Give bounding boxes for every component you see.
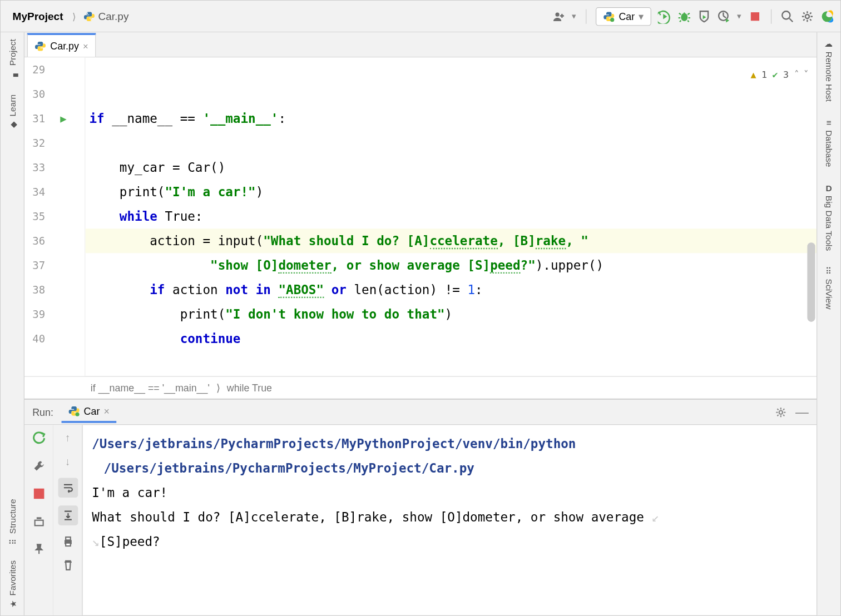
file-name: Car.py xyxy=(98,10,128,22)
run-header: Run: Car × — xyxy=(24,400,817,425)
console-output[interactable]: /Users/jetbrains/PycharmProjects/MyPytho… xyxy=(83,425,817,615)
file-breadcrumb[interactable]: Car.py xyxy=(80,9,132,23)
code-body[interactable]: ▲1 ✔3 ˄ ˅ if __name__ == '__main__': my_… xyxy=(85,57,817,376)
stop-icon[interactable] xyxy=(31,486,47,502)
remote-icon: ☁ xyxy=(824,39,833,49)
svg-point-2 xyxy=(555,12,559,16)
close-tab-icon[interactable]: × xyxy=(83,41,88,51)
print-icon[interactable] xyxy=(60,533,76,549)
search-icon[interactable] xyxy=(781,9,794,23)
svg-rect-13 xyxy=(36,517,41,519)
chevron-up-icon[interactable]: ˄ xyxy=(794,63,799,87)
editor[interactable]: 29 30 31▶ 32 33 34 35 36 37 38 39 40 ▲1 … xyxy=(24,57,817,376)
dropdown-caret-icon[interactable]: ▾ xyxy=(572,11,576,21)
sidebar-item-big-data[interactable]: D Big Data Tools xyxy=(824,183,834,251)
ok-count: 3 xyxy=(783,63,789,87)
svg-point-9 xyxy=(75,413,79,416)
big-data-icon: D xyxy=(825,183,832,193)
svg-rect-16 xyxy=(66,543,71,546)
star-icon: ★ xyxy=(7,598,17,609)
wrap-indicator-icon: ↘ xyxy=(92,534,100,548)
settings-icon[interactable] xyxy=(800,9,814,23)
editor-breadcrumbs[interactable]: if __name__ == '__main__' ⟩ while True xyxy=(24,376,817,398)
pin-icon[interactable] xyxy=(31,542,47,558)
sidebar-item-remote-host[interactable]: ☁ Remote Host xyxy=(824,39,834,102)
sidebar-item-sciview[interactable]: ⠿ SciView xyxy=(824,266,834,309)
code-line xyxy=(85,57,817,82)
up-arrow-icon[interactable]: ↑ xyxy=(60,430,76,446)
tab-label: Car.py xyxy=(50,41,79,52)
debug-icon[interactable] xyxy=(677,9,691,23)
coverage-icon[interactable] xyxy=(697,9,711,23)
sidebar-label: Project xyxy=(7,39,17,66)
close-icon[interactable]: × xyxy=(103,405,109,416)
editor-tab-car[interactable]: Car.py × xyxy=(27,33,96,57)
add-user-icon[interactable] xyxy=(552,9,565,23)
sidebar-item-structure[interactable]: ⠿ Structure xyxy=(7,499,17,547)
line-number: 38 xyxy=(32,284,45,296)
warning-icon: ▲ xyxy=(750,63,756,87)
sidebar-item-favorites[interactable]: ★ Favorites xyxy=(7,560,17,608)
line-number: 33 xyxy=(32,161,45,174)
inspection-widget[interactable]: ▲1 ✔3 ˄ ˅ xyxy=(749,62,810,89)
run-toolbar-primary xyxy=(24,425,53,615)
soft-wrap-icon[interactable] xyxy=(58,478,78,498)
breadcrumb-item[interactable]: if __name__ == '__main__' xyxy=(91,382,210,393)
code-line: print("I don't know how to do that") xyxy=(85,302,817,326)
code-line: action = input("What should I do? [A]cce… xyxy=(85,228,817,253)
sidebar-item-database[interactable]: ≡ Database xyxy=(824,117,834,167)
sidebar-item-project[interactable]: ▖ Project xyxy=(7,39,17,79)
scrollbar-thumb[interactable] xyxy=(807,242,815,322)
code-line: if action not in "ABOS" or len(action) !… xyxy=(85,277,817,302)
breadcrumb-separator: ⟩ xyxy=(72,11,76,22)
code-line xyxy=(85,131,817,155)
gutter[interactable]: 29 30 31▶ 32 33 34 35 36 37 38 39 40 xyxy=(24,57,85,376)
learn-icon: ◆ xyxy=(7,120,17,130)
run-icon[interactable] xyxy=(658,9,671,23)
structure-icon: ⠿ xyxy=(7,536,17,547)
code-line: "show [O]dometer, or show average [S]pee… xyxy=(85,253,817,277)
sciview-icon: ⠿ xyxy=(825,266,832,276)
code-line xyxy=(85,82,817,106)
ide-logo-icon[interactable] xyxy=(820,9,834,23)
wrench-icon[interactable] xyxy=(31,458,47,474)
line-number: 31 xyxy=(32,112,45,125)
trash-icon[interactable] xyxy=(60,557,76,573)
svg-point-0 xyxy=(87,12,88,13)
sidebar-label: SciView xyxy=(824,279,834,310)
svg-point-8 xyxy=(805,14,809,18)
code-line: print("I'm a car!") xyxy=(85,180,817,204)
breadcrumb-item[interactable]: while True xyxy=(227,382,272,393)
dropdown-caret-icon[interactable]: ▾ xyxy=(737,11,741,21)
profile-icon[interactable] xyxy=(718,9,731,23)
down-arrow-icon[interactable]: ↓ xyxy=(60,454,76,470)
sidebar-label: Learn xyxy=(7,95,17,117)
scroll-to-end-icon[interactable] xyxy=(58,505,78,525)
sidebar-label: Remote Host xyxy=(824,52,834,102)
database-icon: ≡ xyxy=(826,117,831,127)
chevron-down-icon[interactable]: ˅ xyxy=(804,63,808,87)
rerun-icon[interactable] xyxy=(31,430,47,446)
console-path: /Users/jetbrains/PycharmProjects/MyProje… xyxy=(104,461,474,475)
sidebar-label: Database xyxy=(824,130,834,167)
run-tab[interactable]: Car × xyxy=(61,401,116,423)
sidebar-item-learn[interactable]: ◆ Learn xyxy=(7,95,17,130)
run-gutter-icon[interactable]: ▶ xyxy=(60,112,66,125)
layout-icon[interactable] xyxy=(31,514,47,530)
run-toolbar-secondary: ↑ ↓ xyxy=(53,425,82,615)
line-number: 39 xyxy=(32,308,45,321)
code-line: my_car = Car() xyxy=(85,155,817,180)
code-line: if __name__ == '__main__': xyxy=(85,106,817,131)
run-configuration-selector[interactable]: Car ▾ xyxy=(596,7,651,25)
breadcrumb-separator: ⟩ xyxy=(216,381,220,393)
line-number: 34 xyxy=(32,186,45,198)
settings-icon[interactable] xyxy=(774,405,788,419)
line-number: 29 xyxy=(32,63,45,76)
run-tab-label: Car xyxy=(84,405,100,416)
minimize-icon[interactable]: — xyxy=(795,405,809,419)
svg-rect-6 xyxy=(751,12,759,21)
project-name[interactable]: MyProject xyxy=(7,9,68,23)
right-tool-rail: ☁ Remote Host ≡ Database D Big Data Tool… xyxy=(817,32,840,615)
check-icon: ✔ xyxy=(773,63,778,87)
stop-icon[interactable] xyxy=(749,9,762,23)
